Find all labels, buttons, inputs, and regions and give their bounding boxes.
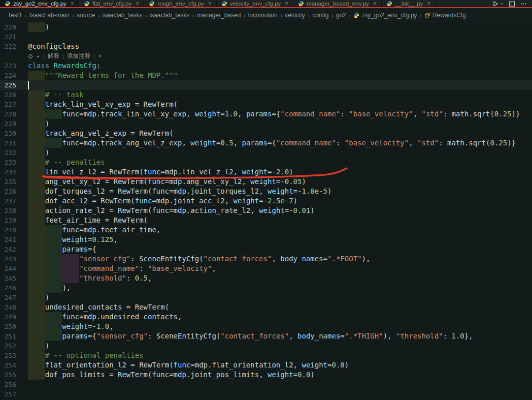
line-number[interactable]: 226 [0, 90, 28, 100]
code-line-225[interactable]: 225 [0, 80, 532, 90]
code-line-251[interactable]: 251 params={"sensor_cfg": SceneEntityCfg… [0, 331, 532, 341]
code-line-226[interactable]: 226 # -- task [0, 90, 532, 100]
code-line-243[interactable]: 243 "sensor_cfg": SceneEntityCfg("contac… [0, 254, 532, 264]
breadcrumb-item[interactable]: velocity [285, 12, 305, 19]
line-number[interactable]: 225 [0, 80, 28, 90]
line-number[interactable]: 234 [0, 167, 28, 177]
breadcrumb-item[interactable]: source [77, 12, 95, 19]
code-line-246[interactable]: 246 }, [0, 283, 532, 293]
tab-flat_env_cfg.py[interactable]: flat_env_cfg.py× [79, 0, 144, 7]
line-number[interactable]: 221 [0, 32, 28, 42]
line-number[interactable]: 233 [0, 158, 28, 167]
code-line-242[interactable]: 242 params={ [0, 244, 532, 254]
line-number[interactable] [0, 51, 28, 61]
line-number[interactable]: 248 [0, 302, 28, 312]
split-editor-button[interactable] [509, 1, 515, 7]
close-icon[interactable]: × [136, 1, 139, 7]
code-line-254[interactable]: 254 flat_orientation_l2 = RewTerm(func=m… [0, 360, 532, 370]
close-icon[interactable]: × [373, 1, 377, 7]
line-number[interactable]: 247 [0, 293, 28, 302]
line-number[interactable]: 253 [0, 351, 28, 360]
breadcrumb-file[interactable]: zsy_go2_env_cfg.py [353, 12, 417, 19]
line-number[interactable]: 243 [0, 254, 28, 264]
code-line-233[interactable]: 233 # -- penalties [0, 158, 532, 167]
code-line-250[interactable]: 250 weight=-1.0, [0, 322, 532, 331]
line-number[interactable]: 255 [0, 370, 28, 380]
code-line-234[interactable]: 234 lin_vel_z_l2 = RewTerm(func=mdp.lin_… [0, 167, 532, 177]
tab-zsy_go2_env_cfg.py[interactable]: zsy_go2_env_cfg.py× [0, 0, 79, 7]
line-number[interactable]: 240 [0, 225, 28, 235]
codelens-close-button[interactable]: × [98, 51, 102, 61]
code-line-224[interactable]: 224 """Reward terms for the MDP.""" [0, 71, 532, 80]
code-line-228[interactable]: 228 func=mdp.track_lin_vel_xy_exp, weigh… [0, 109, 532, 119]
line-number[interactable]: 256 [0, 380, 28, 389]
line-number[interactable]: 251 [0, 331, 28, 341]
breadcrumb-item[interactable]: manager_based [197, 12, 241, 19]
code-line-245[interactable]: 245 "threshold": 0.5, [0, 273, 532, 283]
code-line-241[interactable]: 241 weight=0.125, [0, 235, 532, 244]
line-number[interactable]: 249 [0, 312, 28, 322]
codelens-explain-button[interactable]: 解释 [48, 51, 59, 61]
code-line-221[interactable]: 221 [0, 32, 532, 42]
close-icon[interactable]: × [71, 1, 74, 7]
code-line-222[interactable]: 222@configclass [0, 42, 532, 51]
line-number[interactable]: 236 [0, 187, 28, 196]
line-number[interactable]: 220 [0, 22, 28, 32]
more-actions-button[interactable] [520, 1, 527, 7]
code-line-223[interactable]: 223class RewardsCfg: [0, 61, 532, 71]
line-number[interactable]: 250 [0, 322, 28, 331]
line-number[interactable]: 227 [0, 100, 28, 109]
close-icon[interactable]: × [285, 1, 288, 7]
line-number[interactable]: 230 [0, 129, 28, 138]
code-line-248[interactable]: 248 undesired_contacts = RewTerm( [0, 302, 532, 312]
close-icon[interactable]: × [427, 1, 430, 7]
code-line-247[interactable]: 247 ) [0, 293, 532, 302]
code-line-232[interactable]: 232 ) [0, 148, 532, 158]
line-number[interactable]: 245 [0, 273, 28, 283]
line-number[interactable]: 257 [0, 389, 28, 399]
line-number[interactable]: 223 [0, 61, 28, 71]
breadcrumb-item[interactable]: isaaclab_tasks [102, 12, 142, 19]
code-line-236[interactable]: 236 dof_torques_l2 = RewTerm(func=mdp.jo… [0, 187, 532, 196]
codelens-row[interactable]: |解释|添加注释|× [0, 51, 532, 61]
codelens-add-comment-button[interactable]: 添加注释 [67, 51, 90, 61]
code-line-227[interactable]: 227 track_lin_vel_xy_exp = RewTerm( [0, 100, 532, 109]
line-number[interactable]: 222 [0, 42, 28, 51]
code-line-257[interactable]: 257 [0, 389, 532, 399]
line-number[interactable]: 241 [0, 235, 28, 244]
tab-__init__.py[interactable]: __init__.py× [382, 0, 436, 7]
tab-rough_env_cfg.py[interactable]: rough_env_cfg.py× [144, 0, 216, 7]
line-number[interactable]: 229 [0, 119, 28, 129]
code-line-230[interactable]: 230 track_ang_vel_z_exp = RewTerm( [0, 129, 532, 138]
breadcrumb-item[interactable]: locomotion [248, 12, 278, 19]
line-number[interactable]: 237 [0, 196, 28, 206]
code-line-220[interactable]: 220 ) [0, 22, 532, 32]
breadcrumb-item[interactable]: go2 [336, 12, 346, 19]
code-line-235[interactable]: 235 ang_vel_xy_l2 = RewTerm(func=mdp.ang… [0, 177, 532, 187]
breadcrumb-item[interactable]: config [312, 12, 328, 19]
close-icon[interactable]: × [208, 1, 212, 7]
code-line-229[interactable]: 229 ) [0, 119, 532, 129]
run-python-file-button[interactable] [492, 1, 504, 7]
code-line-255[interactable]: 255 dof_pos_limits = RewTerm(func=mdp.jo… [0, 370, 532, 380]
breadcrumb-item[interactable]: isaaclab_tasks [150, 12, 190, 19]
code-line-231[interactable]: 231 func=mdp.track_ang_vel_z_exp, weight… [0, 138, 532, 148]
breadcrumb-item[interactable]: Test1 [8, 12, 22, 19]
line-number[interactable]: 231 [0, 138, 28, 148]
line-number[interactable]: 228 [0, 109, 28, 119]
line-number[interactable]: 239 [0, 216, 28, 225]
line-number[interactable]: 242 [0, 244, 28, 254]
line-number[interactable]: 246 [0, 283, 28, 293]
line-number[interactable]: 238 [0, 206, 28, 216]
line-number[interactable]: 232 [0, 148, 28, 158]
code-line-239[interactable]: 239 feet_air_time = RewTerm( [0, 216, 532, 225]
breadcrumb-item[interactable]: IsaacLab-main [29, 12, 70, 19]
code-line-253[interactable]: 253 # -- optional penalties [0, 351, 532, 360]
line-number[interactable]: 244 [0, 264, 28, 273]
chevron-down-icon[interactable] [36, 54, 40, 58]
code-line-240[interactable]: 240 func=mdp.feet_air_time, [0, 225, 532, 235]
line-number[interactable]: 235 [0, 177, 28, 187]
line-number[interactable]: 224 [0, 71, 28, 80]
breadcrumb-symbol[interactable]: RewardsCfg [424, 12, 466, 19]
line-number[interactable]: 252 [0, 341, 28, 351]
